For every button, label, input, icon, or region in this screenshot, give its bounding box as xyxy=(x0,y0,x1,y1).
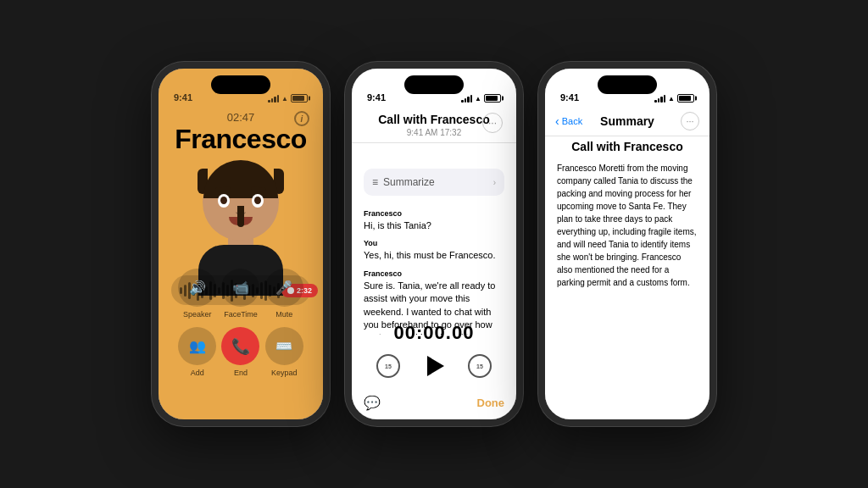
dynamic-island-2 xyxy=(404,75,464,94)
controls-row-bottom: 👥 Add 📞 End ⌨️ Keypad xyxy=(175,327,306,377)
facetime-button[interactable]: 📹 FaceTime xyxy=(221,269,259,319)
signal-icon-1 xyxy=(268,94,279,103)
signal-bar-3 xyxy=(274,97,276,103)
status-time-2: 9:41 xyxy=(367,92,386,103)
summary-nav-title: Summary xyxy=(600,114,654,128)
memoji-hair xyxy=(203,160,278,198)
facetime-label: FaceTime xyxy=(224,310,258,319)
add-label: Add xyxy=(191,369,204,377)
mute-icon: 🎤 xyxy=(265,269,303,307)
keypad-icon: ⌨️ xyxy=(265,327,303,365)
battery-icon-2 xyxy=(484,94,501,103)
summarize-chevron-icon: › xyxy=(493,178,496,187)
skip-forward-label: 15 xyxy=(476,363,483,369)
transcript-speaker-1: Francesco xyxy=(364,209,504,218)
skip-back-button[interactable]: 15 xyxy=(376,354,400,378)
status-icons-1: ▲ xyxy=(268,94,308,103)
transcript-screen: 9:41 ▲ Call with Francesco 9:41 xyxy=(352,69,516,419)
wifi-icon-3: ▲ xyxy=(668,95,675,103)
memoji-head xyxy=(203,164,279,241)
memoji-beard xyxy=(237,206,244,227)
playback-timer: 00:00.00 xyxy=(394,322,475,344)
memoji-brow-left xyxy=(215,186,231,191)
transcript-bottom-bar: 💬 Done xyxy=(364,395,504,411)
controls-row-top: 🔊 Speaker 📹 FaceTime 🎤 Mute xyxy=(175,269,306,319)
status-time-1: 9:41 xyxy=(174,92,192,103)
add-icon: 👥 xyxy=(178,327,216,365)
play-icon xyxy=(427,356,444,376)
summary-call-title: Call with Francesco xyxy=(557,140,698,153)
speaker-icon: 🔊 xyxy=(178,269,216,307)
memoji-mouth xyxy=(229,217,253,225)
skip-back-label: 15 xyxy=(385,363,392,369)
memoji-pupil-left xyxy=(220,197,227,204)
signal-bar-2 xyxy=(271,98,274,103)
call-duration: 02:47 xyxy=(159,111,323,124)
playback-controls: 15 15 xyxy=(376,351,492,381)
signal-bar-1 xyxy=(268,100,270,103)
back-chevron-icon: ‹ xyxy=(555,114,559,128)
transcript-line-1: Hi, is this Tania? xyxy=(364,219,504,232)
add-button[interactable]: 👥 Add xyxy=(178,327,216,377)
summary-navigation: ‹ Back Summary ··· xyxy=(545,106,709,136)
active-call-screen: 9:41 ▲ i 02:47 Francesco xyxy=(159,69,323,419)
keypad-label: Keypad xyxy=(271,369,298,377)
transcript-line-2: Yes, hi, this must be Francesco. xyxy=(364,249,504,262)
end-call-icon: 📞 xyxy=(221,327,259,365)
battery-icon-1 xyxy=(291,94,308,103)
mute-label: Mute xyxy=(275,310,292,319)
summarize-label: Summarize xyxy=(383,176,488,188)
summary-screen: 9:41 ▲ ‹ Back xyxy=(545,69,709,419)
speaker-label: Speaker xyxy=(183,310,212,319)
signal-icon-3 xyxy=(654,94,665,103)
memoji-eye-left xyxy=(218,194,230,208)
summarize-icon: ≡ xyxy=(372,176,378,188)
phone-transcript: 9:41 ▲ Call with Francesco 9:41 xyxy=(345,62,523,426)
more-options-button[interactable]: ··· xyxy=(482,113,503,133)
status-icons-2: ▲ xyxy=(461,94,501,103)
phones-container: 9:41 ▲ i 02:47 Francesco xyxy=(135,45,733,443)
end-label: End xyxy=(234,369,248,377)
speech-bubble-icon: 💬 xyxy=(364,395,381,411)
phone-summary: 9:41 ▲ ‹ Back xyxy=(538,62,716,426)
battery-fill-3 xyxy=(679,96,691,101)
skip-forward-button[interactable]: 15 xyxy=(468,354,492,378)
facetime-icon: 📹 xyxy=(221,269,259,307)
call-controls: 🔊 Speaker 📹 FaceTime 🎤 Mute 👥 xyxy=(159,269,323,377)
play-button[interactable] xyxy=(419,351,449,381)
battery-icon-3 xyxy=(677,94,694,103)
speaker-button[interactable]: 🔊 Speaker xyxy=(178,269,216,319)
back-label: Back xyxy=(562,116,582,126)
mute-button[interactable]: 🎤 Mute xyxy=(265,269,303,319)
transcript-call-subtitle: 9:41 AM 17:32 xyxy=(365,128,503,137)
dynamic-island-3 xyxy=(598,75,657,94)
dynamic-island xyxy=(211,75,270,94)
signal-icon-2 xyxy=(461,94,472,103)
signal-bar-4 xyxy=(277,95,280,103)
caller-name: Francesco xyxy=(159,124,323,155)
done-button[interactable]: Done xyxy=(477,396,505,409)
keypad-button[interactable]: ⌨️ Keypad xyxy=(265,327,303,377)
summarize-bar[interactable]: ≡ Summarize › xyxy=(364,169,504,196)
transcript-speaker-3: Francesco xyxy=(364,269,504,278)
battery-fill-1 xyxy=(292,96,304,101)
battery-fill-2 xyxy=(486,96,498,101)
memoji-eye-right xyxy=(252,194,264,208)
summary-content: Call with Francesco Francesco Moretti fr… xyxy=(557,140,698,402)
summary-body-text: Francesco Moretti from the moving compan… xyxy=(557,162,698,289)
status-icons-3: ▲ xyxy=(654,94,694,103)
status-time-3: 9:41 xyxy=(560,92,579,103)
wifi-icon-1: ▲ xyxy=(281,95,288,103)
back-button[interactable]: ‹ Back xyxy=(555,114,582,128)
transcript-content: Francesco Hi, is this Tania? You Yes, hi… xyxy=(352,202,516,335)
playback-section: 00:00.00 15 15 xyxy=(352,322,516,381)
memoji-pupil-right xyxy=(254,197,261,204)
wifi-icon-2: ▲ xyxy=(475,95,481,103)
phone-active-call: 9:41 ▲ i 02:47 Francesco xyxy=(152,62,330,426)
transcript-speaker-2: You xyxy=(364,239,504,247)
summary-more-button[interactable]: ··· xyxy=(681,112,699,130)
end-call-button[interactable]: 📞 End xyxy=(221,327,259,377)
